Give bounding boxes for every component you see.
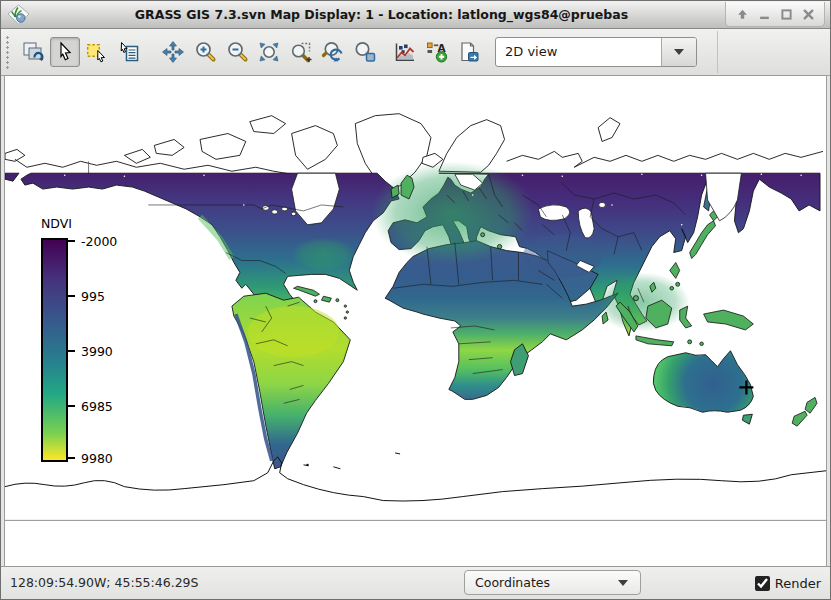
query-button[interactable] — [114, 37, 144, 67]
sulawesi — [680, 306, 692, 328]
map-canvas[interactable]: NDVI -2000 995 3990 6985 9980 — [4, 75, 827, 567]
zoom-options-icon — [353, 40, 377, 64]
render-map-icon — [21, 40, 45, 64]
chevron-down-icon — [618, 580, 628, 586]
aral-sea — [599, 202, 606, 207]
render-checkbox[interactable] — [755, 576, 770, 591]
australia — [653, 351, 753, 412]
pan-button[interactable] — [158, 37, 188, 67]
add-map-elements-button[interactable]: A — [422, 37, 452, 67]
query-document-icon — [117, 40, 141, 64]
shade-button[interactable] — [734, 6, 750, 22]
zoom-extent-icon — [257, 40, 281, 64]
titlebar[interactable]: GRASS GIS 7.3.svn Map Display: 1 - Locat… — [1, 1, 830, 29]
philippines — [670, 262, 680, 278]
zoom-out-icon — [225, 40, 249, 64]
coordinates-readout: 128:09:54.90W; 45:55:46.29S — [10, 567, 198, 599]
select-rectangle-icon — [85, 40, 109, 64]
add-overlay-icon: A — [425, 40, 449, 64]
antarctica-coastline — [5, 453, 826, 501]
zoom-extent-button[interactable] — [254, 37, 284, 67]
tasmania — [742, 414, 752, 424]
statusbar-mode-value: Coordinates — [465, 571, 550, 594]
minimize-button[interactable] — [756, 6, 772, 22]
zoom-region-icon — [289, 40, 313, 64]
view-mode-value: 2D view — [496, 38, 661, 66]
cuba — [294, 286, 320, 296]
view-mode-combobox[interactable]: 2D view — [495, 37, 697, 67]
statusbar-mode-combobox[interactable]: Coordinates — [464, 570, 641, 595]
zoom-back-icon — [321, 40, 345, 64]
zoom-in-icon — [193, 40, 217, 64]
render-checkbox-label[interactable]: Render — [775, 576, 821, 591]
analyze-chart-icon — [393, 40, 417, 64]
save-display-icon — [457, 40, 481, 64]
maximize-button[interactable] — [778, 6, 794, 22]
java — [636, 336, 674, 346]
window-controls — [725, 2, 825, 27]
falkland-islands — [306, 464, 308, 466]
pan-arrows-icon — [161, 40, 185, 64]
pointer-button[interactable] — [50, 37, 80, 67]
analyze-map-button[interactable] — [390, 37, 420, 67]
display-map-button[interactable] — [18, 37, 48, 67]
view-mode-dropdown-button[interactable] — [661, 38, 696, 66]
new-zealand-north — [805, 397, 817, 413]
select-features-button[interactable] — [82, 37, 112, 67]
zoom-out-button[interactable] — [222, 37, 252, 67]
zoom-region-button[interactable] — [286, 37, 316, 67]
grass-gis-logo-icon — [7, 4, 30, 29]
window-title: GRASS GIS 7.3.svn Map Display: 1 - Locat… — [37, 1, 726, 28]
chevron-down-icon — [674, 49, 684, 55]
zoom-options-button[interactable] — [350, 37, 380, 67]
save-display-to-file-button[interactable] — [454, 37, 484, 67]
grass-map-display-window: GRASS GIS 7.3.svn Map Display: 1 - Locat… — [0, 0, 831, 600]
previous-zoom-button[interactable] — [318, 37, 348, 67]
toolbar-separator — [717, 31, 718, 73]
new-guinea — [704, 310, 754, 330]
black-sea — [538, 205, 569, 221]
toolbar-grip[interactable] — [4, 34, 11, 70]
zoom-in-button[interactable] — [190, 37, 220, 67]
map-toolbar: A 2D view — [1, 29, 830, 76]
statusbar: 128:09:54.90W; 45:55:46.29S Coordinates … — [1, 566, 830, 599]
new-zealand-south — [792, 411, 807, 426]
world-ndvi-map[interactable] — [5, 76, 826, 566]
pointer-arrow-icon — [53, 40, 77, 64]
close-button[interactable] — [800, 6, 816, 22]
